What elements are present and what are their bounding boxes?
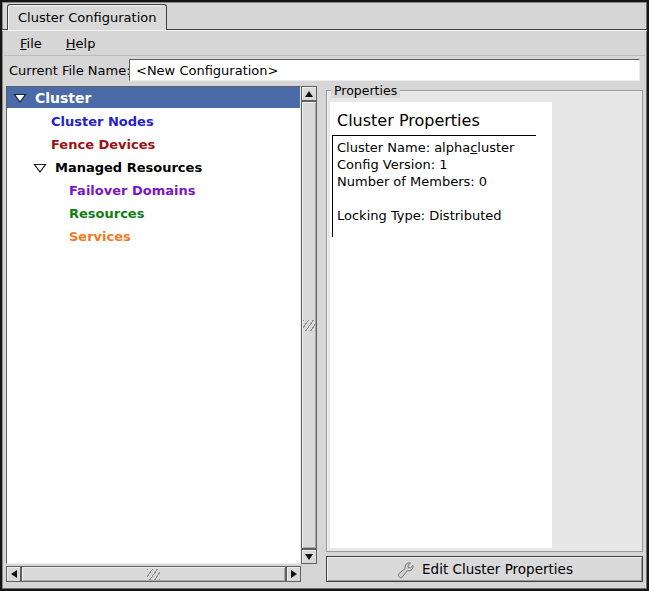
- scroll-up-button[interactable]: [301, 86, 317, 101]
- tree-item-failover-domains[interactable]: Failover Domains: [7, 179, 300, 202]
- tree-horizontal-scrollbar[interactable]: [6, 566, 301, 582]
- locking-type-line: Locking Type: Distributed: [337, 207, 552, 224]
- scroll-down-button[interactable]: [301, 549, 317, 564]
- tree-item-label: Cluster: [35, 90, 91, 106]
- menu-help[interactable]: Help: [58, 34, 104, 53]
- tab-label: Cluster Configuration: [18, 10, 156, 25]
- wrench-icon: [396, 560, 417, 579]
- tree-item-label: Resources: [69, 206, 144, 221]
- tree-item-services[interactable]: Services: [7, 225, 300, 248]
- menu-bar: File Help: [4, 32, 645, 56]
- current-file-name-input[interactable]: [129, 59, 640, 81]
- tree-item-resources[interactable]: Resources: [7, 202, 300, 225]
- tree-item-label: Fence Devices: [51, 137, 155, 152]
- tree-item-label: Services: [69, 229, 131, 244]
- tree-item-label: Cluster Nodes: [51, 114, 154, 129]
- tree-vertical-scrollbar[interactable]: [301, 86, 317, 564]
- scroll-left-button[interactable]: [6, 566, 21, 582]
- grip-lines-icon: [303, 320, 316, 331]
- file-name-bar: Current File Name:: [4, 57, 645, 84]
- cluster-tree: Cluster Cluster Nodes Fence Devices Mana…: [6, 86, 301, 564]
- tree-item-label: Failover Domains: [69, 183, 195, 198]
- properties-frame-label: Properties: [331, 83, 400, 98]
- properties-panel: Properties Cluster Properties Cluster Na…: [326, 86, 643, 582]
- current-file-name-label: Current File Name:: [4, 63, 131, 78]
- vertical-scrollbar-thumb[interactable]: [301, 101, 317, 549]
- up-arrow-icon: [305, 91, 313, 97]
- cluster-configuration-window: Cluster Configuration File Help Current …: [0, 0, 649, 591]
- grip-lines-icon: [147, 569, 160, 580]
- tree-item-cluster[interactable]: Cluster: [7, 87, 300, 108]
- horizontal-scrollbar-thumb[interactable]: [21, 566, 286, 582]
- properties-heading: Cluster Properties: [330, 102, 552, 135]
- cluster-name-line: Cluster Name: alphacluster: [337, 139, 552, 156]
- config-version-line: Config Version: 1: [337, 156, 552, 173]
- tree-item-label: Managed Resources: [55, 160, 202, 175]
- number-of-members-line: Number of Members: 0: [337, 173, 552, 190]
- tree-item-managed-resources[interactable]: Managed Resources: [7, 156, 300, 179]
- scroll-right-button[interactable]: [286, 566, 301, 582]
- tab-cluster-configuration[interactable]: Cluster Configuration: [7, 4, 167, 30]
- tree-item-fence-devices[interactable]: Fence Devices: [7, 133, 300, 156]
- menu-file[interactable]: File: [12, 34, 50, 53]
- left-arrow-icon: [11, 570, 17, 578]
- down-arrow-icon: [305, 554, 313, 560]
- properties-text-block: Cluster Name: alphacluster Config Versio…: [332, 136, 552, 237]
- expander-triangle-down-icon[interactable]: [13, 91, 27, 104]
- tree-item-cluster-nodes[interactable]: Cluster Nodes: [7, 110, 300, 133]
- expander-triangle-down-icon[interactable]: [33, 161, 47, 174]
- pane-splitter-handle[interactable]: [317, 86, 326, 582]
- edit-button-label: Edit Cluster Properties: [422, 561, 573, 577]
- blank-line: [337, 190, 552, 207]
- properties-content: Cluster Properties Cluster Name: alphacl…: [330, 102, 552, 548]
- properties-frame: Properties Cluster Properties Cluster Na…: [326, 90, 643, 552]
- right-arrow-icon: [291, 570, 297, 578]
- edit-cluster-properties-button[interactable]: Edit Cluster Properties: [326, 556, 643, 582]
